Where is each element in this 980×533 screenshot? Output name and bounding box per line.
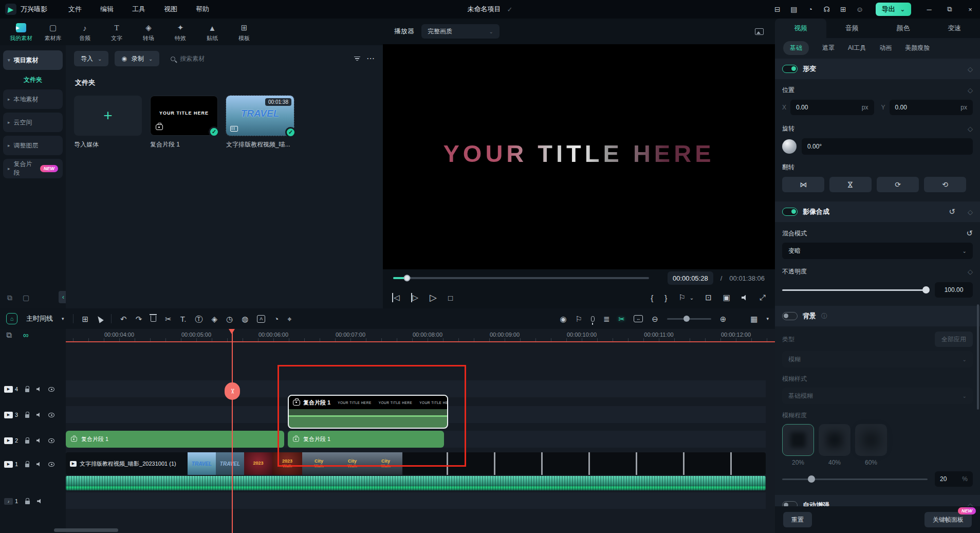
mute-icon[interactable] — [37, 499, 43, 504]
next-frame-button[interactable]: ▷ — [411, 293, 419, 302]
reset-icon[interactable]: ↺ — [966, 229, 973, 238]
speed-tool-icon[interactable]: ◷ — [226, 315, 233, 323]
visibility-icon[interactable] — [48, 387, 54, 392]
menu-edit[interactable]: 编辑 — [91, 0, 122, 19]
text-recognition-icon[interactable]: A — [257, 315, 265, 323]
fullscreen-icon[interactable]: ⤢ — [760, 293, 766, 302]
blur-preset-40[interactable]: 40% — [819, 424, 850, 466]
timeline-lanes[interactable]: 00:00:04:00 00:00:05:00 00:00:06:00 00:0… — [66, 329, 775, 533]
compositing-toggle[interactable] — [782, 208, 798, 216]
mute-icon[interactable] — [36, 387, 42, 392]
voiceover-mic-icon[interactable] — [591, 316, 595, 322]
timer-icon[interactable]: ◔ — [274, 315, 279, 323]
tab-text[interactable]: T 文字 — [101, 23, 133, 42]
mute-icon[interactable] — [36, 462, 42, 467]
menu-file[interactable]: 文件 — [60, 0, 90, 19]
close-button[interactable]: × — [960, 0, 980, 19]
search-input[interactable] — [180, 55, 293, 62]
subtab-animation[interactable]: 动画 — [879, 44, 892, 52]
compound-thumb[interactable]: YOUR TITLE HERE ✓ — [150, 96, 218, 136]
tab-video[interactable]: 视频 — [775, 19, 826, 38]
video-media-tile[interactable]: 00:01:38 TRAVEL ✓ 文字排版教程视频_喵... — [226, 96, 294, 149]
visibility-icon[interactable] — [48, 462, 54, 467]
folder-view-icon[interactable]: ▢ — [23, 293, 29, 302]
compound-clip-tile[interactable]: YOUR TITLE HERE ✓ 复合片段 1 — [150, 96, 218, 149]
tab-templates[interactable]: ⊞ 模板 — [228, 23, 260, 42]
keyframe-panel-button[interactable]: 关键帧面板 NEW — [924, 512, 972, 527]
minimize-button[interactable]: ─ — [919, 0, 939, 19]
sidebar-item-local-media[interactable]: ▸ 本地素材 — [3, 89, 63, 109]
opacity-knob[interactable] — [922, 286, 930, 293]
performance-icon[interactable]: ◔ — [803, 2, 818, 16]
track-header-2[interactable]: ▶ 2 — [0, 435, 66, 446]
sidebar-item-folder[interactable]: 文件夹 — [3, 73, 63, 86]
subtab-mask[interactable]: 遮罩 — [822, 44, 835, 52]
seek-knob[interactable] — [404, 275, 411, 282]
account-icon[interactable]: ☺ — [852, 2, 867, 16]
background-toggle[interactable] — [782, 312, 798, 320]
volume-icon[interactable] — [742, 295, 748, 301]
layout-panel-icon[interactable]: ⊟ — [770, 2, 785, 16]
y-input[interactable]: 0.00 px — [890, 100, 973, 115]
properties-scrollbar[interactable] — [977, 304, 979, 410]
blend-mode-dropdown[interactable]: 变暗 ⌄ — [782, 243, 973, 259]
audio-mixer-icon[interactable]: ≣ — [603, 315, 610, 323]
stop-button[interactable]: □ — [448, 293, 453, 302]
lock-icon[interactable] — [25, 501, 30, 504]
media-flow-icon[interactable]: ⧉ — [7, 293, 12, 302]
timeline-ruler[interactable]: 00:00:04:00 00:00:05:00 00:00:06:00 00:0… — [66, 329, 775, 342]
color-palette-icon[interactable]: ◍ — [242, 315, 248, 323]
audio-waveform-clip[interactable] — [66, 476, 766, 490]
text-to-speech-icon[interactable]: Ⓣ — [195, 315, 203, 323]
video-thumb[interactable]: 00:01:38 TRAVEL ✓ — [226, 96, 294, 136]
export-caret-icon[interactable]: ⌄ — [900, 6, 905, 13]
import-media-tile[interactable]: + 导入媒体 — [74, 96, 142, 149]
video-preview[interactable]: YOUR TITLE HERE — [383, 44, 775, 269]
x-input[interactable]: 0.00 px — [790, 100, 874, 115]
smart-cut-icon[interactable]: ✂ — [619, 315, 625, 323]
quality-dropdown[interactable]: 完整画质 ⌄ — [421, 24, 500, 39]
tab-audio-props[interactable]: 音频 — [826, 19, 878, 38]
blur-preset-60[interactable]: 60% — [855, 424, 887, 466]
keyframe-diamond-icon[interactable]: ◇ — [968, 65, 973, 73]
menu-help[interactable]: 帮助 — [187, 0, 218, 19]
filter-icon[interactable] — [354, 57, 360, 61]
split-scissors-icon[interactable]: ✂ — [165, 315, 172, 323]
snapshot-icon[interactable]: ▣ — [723, 293, 730, 302]
undo-icon[interactable]: ↶ — [120, 315, 127, 323]
zoom-in-icon[interactable]: ⊕ — [720, 315, 727, 323]
play-button[interactable]: ▷ — [430, 292, 437, 303]
mark-in-button[interactable]: { — [651, 293, 653, 302]
render-preview-icon[interactable]: ◉ — [560, 315, 566, 323]
track-header-3[interactable]: ▶ 3 — [0, 409, 66, 420]
tab-my-media[interactable]: ▶ 我的素材 — [5, 23, 37, 42]
blur-knob[interactable] — [808, 475, 815, 483]
duplicate-icon[interactable]: ⧉ — [6, 331, 12, 339]
marker-icon[interactable]: ⚐ — [678, 293, 685, 302]
auto-reframe-icon[interactable]: ⌖ — [287, 315, 291, 323]
flip-horizontal-button[interactable]: ⋈ — [782, 177, 824, 192]
select-tool-icon[interactable] — [96, 315, 104, 323]
home-icon[interactable]: ⌂ — [6, 313, 17, 324]
blur-style-dropdown[interactable]: 基础模糊 ⌄ — [782, 388, 973, 404]
flip-vertical-button[interactable]: ⋈ — [829, 177, 872, 192]
more-menu-icon[interactable]: ⋯ — [366, 54, 375, 63]
tab-speed[interactable]: 变速 — [929, 19, 980, 38]
rotate-ccw-button[interactable]: ⟲ — [924, 177, 966, 192]
lock-icon[interactable] — [25, 389, 29, 392]
apply-all-button[interactable]: 全部应用 — [935, 332, 973, 347]
tab-audio[interactable]: ♪ 音频 — [69, 23, 101, 42]
bg-type-dropdown[interactable]: 模糊 ⌄ — [782, 351, 973, 367]
rotation-knob[interactable] — [782, 139, 797, 154]
keyframe-diamond-icon[interactable]: ◇ — [968, 125, 973, 133]
menu-view[interactable]: 视图 — [155, 0, 186, 19]
keyframe-diamond-icon[interactable]: ◇ — [968, 86, 973, 94]
second-monitor-icon[interactable]: ⊡ — [705, 293, 712, 302]
audio-lane-1[interactable] — [66, 492, 766, 509]
playhead-handle[interactable] — [229, 329, 235, 334]
track-header-4[interactable]: ▶ 4 — [0, 383, 66, 395]
link-icon[interactable]: ∞ — [23, 331, 29, 339]
keyframe-tool-icon[interactable]: ◈ — [212, 315, 218, 323]
menu-tools[interactable]: 工具 — [123, 0, 154, 19]
sidebar-item-cloud[interactable]: ▸ 云空间 — [3, 113, 63, 132]
